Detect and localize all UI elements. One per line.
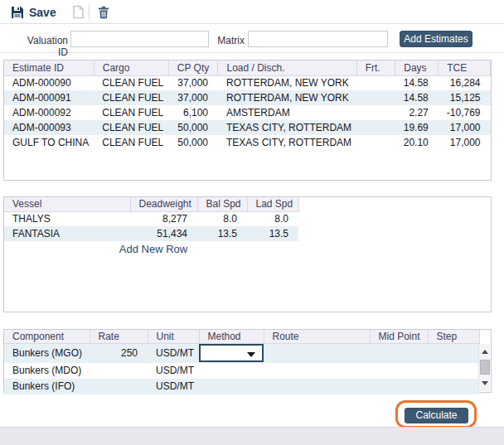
column-header: Mid Point — [370, 330, 428, 344]
column-header: Days — [395, 60, 439, 75]
column-header: Estimate ID — [4, 60, 94, 75]
column-header: Cargo — [94, 60, 168, 75]
scroll-up-icon — [482, 350, 488, 354]
column-header: CP Qty — [168, 60, 218, 75]
app-window: Save — [0, 0, 504, 445]
new-document-icon — [72, 5, 85, 19]
filter-row: Valuation ID Matrix Add Estimates — [0, 25, 504, 53]
estimate-row[interactable]: GULF TO CHINA CLEAN FUEL 50,000 TEXAS CI… — [4, 135, 491, 150]
save-label: Save — [29, 6, 56, 19]
estimate-row[interactable]: ADM-000090 CLEAN FUEL 37,000 ROTTERDAM, … — [4, 75, 491, 90]
estimates-table: Estimate ID Cargo CP Qty Load / Disch. F… — [4, 60, 491, 150]
column-header: Unit — [148, 330, 199, 344]
add-estimates-button[interactable]: Add Estimates — [400, 31, 472, 47]
save-icon — [11, 6, 24, 19]
estimate-row[interactable]: ADM-000092 CLEAN FUEL 6,100 AMSTERDAM 2.… — [4, 105, 491, 120]
valuation-id-label: Valuation ID — [17, 35, 68, 58]
vessels-panel: Vessel Deadweight Bal Spd Lad Spd THALYS… — [3, 196, 492, 312]
valuation-id-input[interactable] — [70, 31, 209, 47]
toolbar-separator — [89, 4, 90, 20]
estimate-row[interactable]: ADM-000093 CLEAN FUEL 50,000 TEXAS CITY,… — [4, 120, 491, 135]
vessels-table: Vessel Deadweight Bal Spd Lad Spd THALYS… — [4, 197, 299, 241]
column-header: Vessel — [4, 197, 130, 211]
scroll-down-icon — [482, 381, 488, 385]
vessel-row[interactable]: FANTASIA 51,434 13.5 13.5 — [4, 226, 298, 241]
vertical-scrollbar[interactable] — [478, 344, 490, 391]
new-document-button[interactable] — [70, 3, 86, 21]
component-row[interactable]: Bunkers (MGO) 250 USD/MT — [4, 344, 479, 363]
component-row[interactable]: Bunkers (IFO) USD/MT — [4, 379, 479, 394]
column-header: Deadweight — [130, 197, 197, 211]
components-table: Component Rate Unit Method Route Mid Poi… — [4, 330, 480, 394]
matrix-label: Matrix — [216, 35, 245, 46]
footer-bar — [0, 427, 504, 445]
column-header: Frt. — [356, 60, 395, 75]
scrollbar-down-button[interactable] — [480, 378, 490, 389]
components-panel: Component Rate Unit Method Route Mid Poi… — [3, 329, 492, 393]
scrollbar-thumb[interactable] — [480, 360, 490, 375]
method-dropdown[interactable] — [199, 344, 264, 362]
column-header: TCE — [439, 60, 491, 75]
scrollbar-up-button[interactable] — [480, 346, 490, 357]
components-header-row: Component Rate Unit Method Route Mid Poi… — [4, 330, 479, 344]
column-header: Method — [199, 330, 264, 344]
estimates-header-row: Estimate ID Cargo CP Qty Load / Disch. F… — [4, 60, 491, 75]
column-header: Route — [264, 330, 370, 344]
delete-button[interactable] — [95, 3, 112, 21]
dropdown-caret-icon — [247, 352, 255, 357]
add-new-row-link[interactable]: Add New Row — [4, 243, 303, 255]
vessels-header-row: Vessel Deadweight Bal Spd Lad Spd — [4, 197, 298, 211]
toolbar: Save — [0, 0, 504, 24]
column-header: Lad Spd — [247, 197, 298, 211]
matrix-input[interactable] — [248, 31, 388, 47]
column-header: Rate — [90, 330, 148, 344]
save-button[interactable]: Save — [11, 3, 56, 21]
column-header: Load / Disch. — [218, 60, 356, 75]
trash-icon — [98, 6, 109, 19]
column-header: Component — [4, 330, 90, 344]
component-row[interactable]: Bunkers (MDO) USD/MT — [4, 363, 479, 379]
calculate-button[interactable]: Calculate — [405, 408, 468, 423]
estimate-row[interactable]: ADM-000091 CLEAN FUEL 37,000 ROTTERDAM, … — [4, 90, 491, 105]
column-header: Bal Spd — [197, 197, 247, 211]
vessel-row[interactable]: THALYS 8,277 8.0 8.0 — [4, 211, 298, 226]
estimates-panel: Estimate ID Cargo CP Qty Load / Disch. F… — [3, 60, 492, 181]
column-header: Step — [428, 330, 479, 344]
